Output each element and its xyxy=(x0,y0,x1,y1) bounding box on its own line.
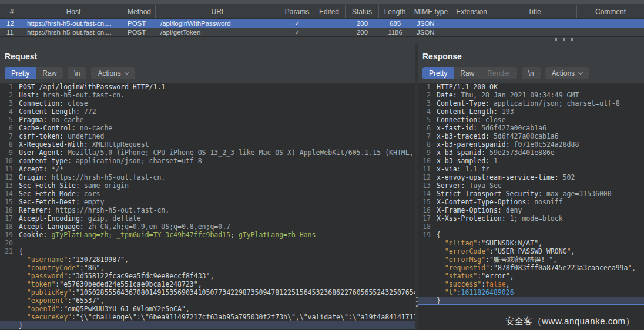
response-editor[interactable]: 1HTTP/1.1 200 OK2Date: Thu, 28 Jan 2021 … xyxy=(418,83,644,330)
cell-method: POST xyxy=(123,20,156,27)
column-header-params[interactable]: Params xyxy=(281,5,313,18)
line-text: csrf-token: undefined xyxy=(16,132,415,140)
line-number xyxy=(418,264,434,272)
request-view-tabs: Pretty Raw xyxy=(5,67,63,79)
line-text: Date: Thu, 28 Jan 2021 09:34:49 GMT xyxy=(434,91,644,99)
line-number: 12 xyxy=(0,173,16,181)
line-number: 17 xyxy=(0,214,16,223)
line-text: "password":"3d558122fcac9ea5fdc9ee8eccf8… xyxy=(16,272,415,280)
line-text: x-b3-spanid: 59e2573d401e886e xyxy=(434,149,644,157)
http-history-table[interactable]: #HostMethodURLParamsEditedStatusLengthMI… xyxy=(0,5,644,36)
line-number: 10 xyxy=(0,157,16,165)
response-actions-button[interactable]: Actions xyxy=(545,67,589,79)
line-number: 12 xyxy=(418,173,434,181)
editor-line: "success":false, xyxy=(418,280,644,288)
editor-line: 5Pragma: no-cache xyxy=(0,116,415,124)
cell-status: 200 xyxy=(346,29,379,36)
request-toolbar: Pretty Raw \n Actions xyxy=(5,67,415,79)
editor-line: "openId":"omQ5PwKUU3YU-6J-6VlomY2e5oCA", xyxy=(0,305,415,313)
editor-line: 14Sec-Fetch-Mode: cors xyxy=(0,190,415,198)
request-tab-raw[interactable]: Raw xyxy=(36,67,63,79)
line-number xyxy=(0,297,16,305)
response-panel: Response Pretty Raw Render \n Actions 1H… xyxy=(418,44,644,330)
line-number: 20 xyxy=(0,239,16,247)
panel-splitter[interactable] xyxy=(415,44,418,330)
response-panel-title: Response xyxy=(422,52,644,62)
column-header-status[interactable]: Status xyxy=(346,5,379,18)
response-toolbar: Pretty Raw Render \n Actions xyxy=(422,67,644,79)
line-text: x-b3-parentspanid: f071e0c524a28d88 xyxy=(434,140,644,149)
grip-dot xyxy=(416,297,418,298)
line-text: "countryCode":"86", xyxy=(16,264,415,272)
column-header-host[interactable]: Host xyxy=(24,5,123,18)
line-text: HTTP/1.1 200 OK xyxy=(434,83,644,91)
response-tab-pretty[interactable]: Pretty xyxy=(422,67,454,79)
line-text: x-envoy-upstream-service-time: 502 xyxy=(434,173,644,181)
line-text: "clitag":"SHENSDK:N/AT", xyxy=(434,239,644,247)
request-actions-button[interactable]: Actions xyxy=(91,67,135,79)
editor-line: 7csrf-token: undefined xyxy=(0,132,415,140)
line-number: 21 xyxy=(0,247,16,255)
column-header-edited[interactable]: Edited xyxy=(313,5,346,18)
top-edge-divider xyxy=(21,0,21,4)
request-newline-toggle[interactable]: \n xyxy=(68,67,86,79)
line-number: 11 xyxy=(0,165,16,173)
column-header-comment[interactable]: Comment xyxy=(577,5,644,18)
column-header-url[interactable]: URL xyxy=(156,5,281,18)
line-text: "username":"13072819987", xyxy=(16,255,415,264)
response-tab-render[interactable]: Render xyxy=(481,67,516,79)
line-number: 2 xyxy=(418,91,434,99)
cell-host: https://hrsh-h5-out.fast-cn.... xyxy=(24,29,123,36)
request-panel: Request Pretty Raw \n Actions 1POST /api… xyxy=(0,44,415,330)
panel-splitter-grip[interactable] xyxy=(415,297,418,307)
line-text: Accept-Encoding: gzip, deflate xyxy=(16,214,415,223)
table-row[interactable]: 12https://hrsh-h5-out.fast-cn....POST/ap… xyxy=(0,19,644,28)
text-cursor xyxy=(170,207,170,214)
editor-line: 6Cache-Control: no-cache xyxy=(0,124,415,132)
line-number: 3 xyxy=(0,99,16,107)
line-number xyxy=(418,288,434,297)
editor-line: 21{ xyxy=(0,247,415,255)
table-row[interactable]: 11https://hrsh-h5-out.fast-cn....POST/ap… xyxy=(0,28,644,36)
editor-line: 6x-fast-id: 5d6f427a00cab1a6 xyxy=(418,124,644,132)
column-header-method[interactable]: Method xyxy=(123,5,156,18)
request-editor[interactable]: 1POST /api/loginWithPassword HTTP/1.12Ho… xyxy=(0,83,415,330)
line-text: "t":1611826489026 xyxy=(434,288,644,297)
editor-line: 18 xyxy=(418,223,644,231)
editor-line: 3Connection: close xyxy=(0,99,415,107)
editor-line: 9User-Agent: Mozilla/5.0 (iPhone; CPU iP… xyxy=(0,149,415,157)
column-header-title[interactable]: Title xyxy=(492,5,577,18)
line-text: } xyxy=(16,321,415,329)
line-number: 17 xyxy=(418,214,434,223)
line-text: { xyxy=(434,231,644,239)
chevron-down-icon xyxy=(124,70,129,75)
editor-line: "username":"13072819987", xyxy=(0,255,415,264)
table-splitter-grip[interactable] xyxy=(555,38,573,41)
line-number xyxy=(418,239,434,247)
response-tab-raw[interactable]: Raw xyxy=(454,67,481,79)
line-number: 8 xyxy=(0,140,16,149)
editor-line: "exponent":"65537", xyxy=(0,297,415,305)
response-newline-toggle[interactable]: \n xyxy=(522,67,541,79)
line-text: Connection: close xyxy=(434,116,644,124)
column-header-mime-type[interactable]: MIME type xyxy=(411,5,451,18)
line-number: 19 xyxy=(418,231,434,239)
line-number: 13 xyxy=(418,181,434,190)
line-text: Referer: https://hrsh-h5-out.fast-cn. xyxy=(16,206,415,214)
editor-line: 8x-b3-parentspanid: f071e0c524a28d88 xyxy=(418,140,644,149)
line-text: x-b3-sampled: 1 xyxy=(434,157,644,165)
line-text: Content-Length: 193 xyxy=(434,107,644,116)
line-text: Strict-Transport-Security: max-age=31536… xyxy=(434,190,644,198)
line-number: 18 xyxy=(418,223,434,231)
request-tab-pretty[interactable]: Pretty xyxy=(5,67,36,79)
column-header-index[interactable]: # xyxy=(0,5,24,18)
grip-dot xyxy=(555,38,557,41)
grip-dot xyxy=(416,305,418,307)
anquanke-watermark: 安全客（www.anquanke.com） xyxy=(505,316,635,327)
column-header-length[interactable]: Length xyxy=(379,5,411,18)
line-text: X-Content-Type-Options: nosniff xyxy=(434,198,644,206)
line-number: 7 xyxy=(418,132,434,140)
table-header: #HostMethodURLParamsEditedStatusLengthMI… xyxy=(0,5,644,19)
cell-params: ✓ xyxy=(281,19,313,28)
column-header-extension[interactable]: Extension xyxy=(451,5,492,18)
